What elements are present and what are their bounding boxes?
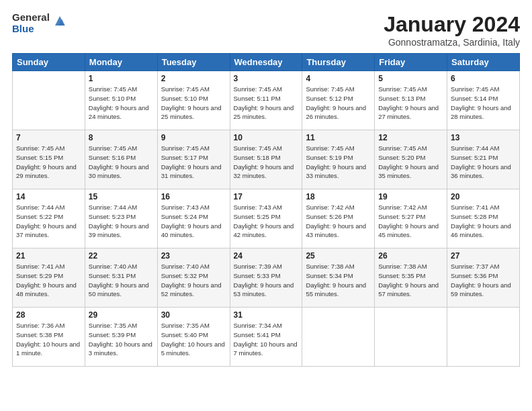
- day-number: 15: [89, 192, 154, 201]
- day-number: 22: [89, 251, 154, 261]
- day-number: 28: [16, 310, 81, 320]
- title-block: January 2024 Gonnostramatza, Sardinia, I…: [384, 12, 520, 48]
- header-monday: Monday: [85, 54, 157, 71]
- day-number: 5: [378, 74, 443, 83]
- day-cell: 17 Sunrise: 7:43 AMSunset: 5:25 PMDaylig…: [230, 189, 302, 248]
- day-info: Sunrise: 7:45 AMSunset: 5:10 PMDaylight:…: [161, 85, 226, 122]
- day-cell: 4 Sunrise: 7:45 AMSunset: 5:12 PMDayligh…: [302, 71, 375, 130]
- calendar-table: Sunday Monday Tuesday Wednesday Thursday…: [12, 53, 520, 367]
- day-info: Sunrise: 7:45 AMSunset: 5:10 PMDaylight:…: [89, 85, 154, 122]
- day-cell: 6 Sunrise: 7:45 AMSunset: 5:14 PMDayligh…: [447, 71, 520, 130]
- day-cell: 9 Sunrise: 7:45 AMSunset: 5:17 PMDayligh…: [157, 130, 230, 189]
- header-tuesday: Tuesday: [157, 54, 230, 71]
- day-info: Sunrise: 7:45 AMSunset: 5:17 PMDaylight:…: [161, 144, 226, 181]
- day-cell: 21 Sunrise: 7:41 AMSunset: 5:29 PMDaylig…: [13, 248, 85, 308]
- day-info: Sunrise: 7:45 AMSunset: 5:15 PMDaylight:…: [16, 144, 81, 181]
- day-cell: 29 Sunrise: 7:35 AMSunset: 5:39 PMDaylig…: [85, 308, 157, 367]
- day-info: Sunrise: 7:35 AMSunset: 5:40 PMDaylight:…: [161, 321, 226, 358]
- day-info: Sunrise: 7:40 AMSunset: 5:32 PMDaylight:…: [161, 262, 226, 299]
- day-info: Sunrise: 7:41 AMSunset: 5:28 PMDaylight:…: [451, 203, 516, 240]
- week-row-2: 14 Sunrise: 7:44 AMSunset: 5:22 PMDaylig…: [13, 189, 520, 248]
- day-number: 10: [234, 133, 299, 142]
- day-number: 31: [234, 310, 299, 320]
- day-number: 6: [451, 74, 516, 83]
- day-number: 17: [234, 192, 299, 201]
- day-number: 7: [16, 133, 81, 142]
- day-info: Sunrise: 7:45 AMSunset: 5:14 PMDaylight:…: [451, 85, 516, 122]
- calendar-container: General Blue January 2024 Gonnostramatza…: [0, 0, 532, 411]
- day-info: Sunrise: 7:42 AMSunset: 5:27 PMDaylight:…: [378, 203, 443, 240]
- day-number: 4: [306, 74, 371, 83]
- week-row-1: 7 Sunrise: 7:45 AMSunset: 5:15 PMDayligh…: [13, 130, 520, 189]
- day-cell: 8 Sunrise: 7:45 AMSunset: 5:16 PMDayligh…: [85, 130, 157, 189]
- day-info: Sunrise: 7:45 AMSunset: 5:19 PMDaylight:…: [306, 144, 371, 181]
- week-row-3: 21 Sunrise: 7:41 AMSunset: 5:29 PMDaylig…: [13, 248, 520, 308]
- day-cell: 10 Sunrise: 7:45 AMSunset: 5:18 PMDaylig…: [230, 130, 302, 189]
- day-cell: 28 Sunrise: 7:36 AMSunset: 5:38 PMDaylig…: [13, 308, 85, 367]
- day-cell: 18 Sunrise: 7:42 AMSunset: 5:26 PMDaylig…: [302, 189, 375, 248]
- day-info: Sunrise: 7:45 AMSunset: 5:20 PMDaylight:…: [378, 144, 443, 181]
- week-row-4: 28 Sunrise: 7:36 AMSunset: 5:38 PMDaylig…: [13, 308, 520, 367]
- day-cell: 11 Sunrise: 7:45 AMSunset: 5:19 PMDaylig…: [302, 130, 375, 189]
- day-number: 26: [378, 251, 443, 261]
- day-number: 1: [89, 74, 154, 83]
- day-cell: 22 Sunrise: 7:40 AMSunset: 5:31 PMDaylig…: [85, 248, 157, 308]
- day-cell: 13 Sunrise: 7:44 AMSunset: 5:21 PMDaylig…: [447, 130, 520, 189]
- day-number: 30: [161, 310, 226, 320]
- day-cell: 5 Sunrise: 7:45 AMSunset: 5:13 PMDayligh…: [375, 71, 447, 130]
- day-cell: [302, 308, 375, 367]
- day-cell: 3 Sunrise: 7:45 AMSunset: 5:11 PMDayligh…: [230, 71, 302, 130]
- day-info: Sunrise: 7:36 AMSunset: 5:38 PMDaylight:…: [16, 321, 81, 358]
- day-cell: 2 Sunrise: 7:45 AMSunset: 5:10 PMDayligh…: [157, 71, 230, 130]
- logo-icon: [52, 13, 67, 31]
- day-number: 12: [378, 133, 443, 142]
- day-info: Sunrise: 7:44 AMSunset: 5:21 PMDaylight:…: [451, 144, 516, 181]
- day-info: Sunrise: 7:43 AMSunset: 5:25 PMDaylight:…: [234, 203, 299, 240]
- day-number: 20: [451, 192, 516, 201]
- day-info: Sunrise: 7:34 AMSunset: 5:41 PMDaylight:…: [234, 321, 299, 358]
- day-info: Sunrise: 7:38 AMSunset: 5:34 PMDaylight:…: [306, 262, 371, 299]
- day-number: 24: [234, 251, 299, 261]
- day-number: 3: [234, 74, 299, 83]
- day-cell: [447, 308, 520, 367]
- day-number: 19: [378, 192, 443, 201]
- day-info: Sunrise: 7:44 AMSunset: 5:23 PMDaylight:…: [89, 203, 154, 240]
- day-cell: 26 Sunrise: 7:38 AMSunset: 5:35 PMDaylig…: [375, 248, 447, 308]
- day-number: 13: [451, 133, 516, 142]
- day-cell: 12 Sunrise: 7:45 AMSunset: 5:20 PMDaylig…: [375, 130, 447, 189]
- header-friday: Friday: [375, 54, 447, 71]
- day-cell: 7 Sunrise: 7:45 AMSunset: 5:15 PMDayligh…: [13, 130, 85, 189]
- header-saturday: Saturday: [447, 54, 520, 71]
- day-number: 18: [306, 192, 371, 201]
- day-info: Sunrise: 7:42 AMSunset: 5:26 PMDaylight:…: [306, 203, 371, 240]
- day-number: 25: [306, 251, 371, 261]
- day-number: 21: [16, 251, 81, 261]
- day-number: 2: [161, 74, 226, 83]
- day-number: 29: [89, 310, 154, 320]
- logo-text: General Blue: [12, 12, 50, 34]
- logo: General Blue: [12, 12, 67, 34]
- day-info: Sunrise: 7:44 AMSunset: 5:22 PMDaylight:…: [16, 203, 81, 240]
- header: General Blue January 2024 Gonnostramatza…: [12, 12, 520, 48]
- day-number: 8: [89, 133, 154, 142]
- logo-blue: Blue: [12, 24, 50, 35]
- day-cell: 16 Sunrise: 7:43 AMSunset: 5:24 PMDaylig…: [157, 189, 230, 248]
- day-info: Sunrise: 7:41 AMSunset: 5:29 PMDaylight:…: [16, 262, 81, 299]
- day-cell: 25 Sunrise: 7:38 AMSunset: 5:34 PMDaylig…: [302, 248, 375, 308]
- header-sunday: Sunday: [13, 54, 85, 71]
- header-row: Sunday Monday Tuesday Wednesday Thursday…: [13, 54, 520, 71]
- day-info: Sunrise: 7:45 AMSunset: 5:11 PMDaylight:…: [234, 85, 299, 122]
- logo-general: General: [12, 12, 50, 24]
- day-info: Sunrise: 7:38 AMSunset: 5:35 PMDaylight:…: [378, 262, 443, 299]
- day-number: 11: [306, 133, 371, 142]
- calendar-subtitle: Gonnostramatza, Sardinia, Italy: [384, 37, 520, 48]
- day-cell: 27 Sunrise: 7:37 AMSunset: 5:36 PMDaylig…: [447, 248, 520, 308]
- day-cell: 30 Sunrise: 7:35 AMSunset: 5:40 PMDaylig…: [157, 308, 230, 367]
- day-info: Sunrise: 7:40 AMSunset: 5:31 PMDaylight:…: [89, 262, 154, 299]
- day-number: 14: [16, 192, 81, 201]
- day-cell: 1 Sunrise: 7:45 AMSunset: 5:10 PMDayligh…: [85, 71, 157, 130]
- day-info: Sunrise: 7:35 AMSunset: 5:39 PMDaylight:…: [89, 321, 154, 358]
- day-cell: 15 Sunrise: 7:44 AMSunset: 5:23 PMDaylig…: [85, 189, 157, 248]
- day-info: Sunrise: 7:37 AMSunset: 5:36 PMDaylight:…: [451, 262, 516, 299]
- day-info: Sunrise: 7:45 AMSunset: 5:16 PMDaylight:…: [89, 144, 154, 181]
